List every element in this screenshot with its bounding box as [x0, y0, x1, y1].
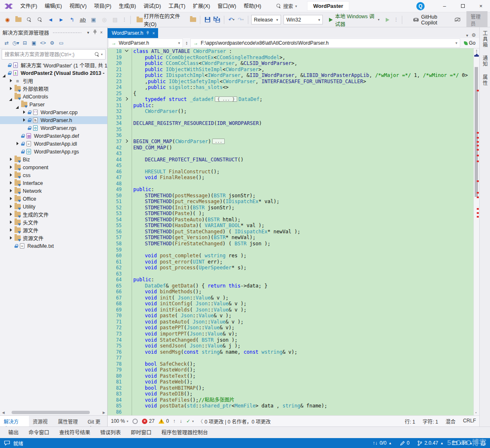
- code-line-26[interactable]: 26typedef struct _datadef{ ... }DataDef;: [108, 96, 473, 103]
- title-search-button[interactable]: 搜索 ▾: [272, 1, 301, 11]
- code-line-53[interactable]: 53STDMETHOD(Paste)( );: [108, 211, 473, 217]
- tree-item-component[interactable]: component: [0, 163, 107, 171]
- code-line-78[interactable]: 78bool SafeCheck();: [108, 361, 473, 367]
- expanded-arrow-icon[interactable]: [16, 103, 20, 107]
- tree-item-biz[interactable]: Biz: [0, 156, 107, 163]
- close-tab-icon[interactable]: ×: [152, 31, 155, 36]
- tree-item-wordpasterapp.rgs[interactable]: ⚙WordPasterApp.rgs: [0, 148, 107, 156]
- save-icon[interactable]: [203, 15, 211, 25]
- code-line-59[interactable]: 59: [108, 247, 473, 253]
- code-line-81[interactable]: 81void PasteWeb();: [108, 379, 473, 385]
- window-position-menu-icon[interactable]: ▾: [85, 30, 91, 35]
- github-copilot-button[interactable]: GitHub Copilot: [410, 13, 452, 27]
- pending-changes-filter-icon[interactable]: ◷▾: [12, 39, 20, 47]
- code-line-46[interactable]: 46HRESULT FinalConstruct();: [108, 169, 473, 175]
- notifications-bell[interactable]: [481, 441, 486, 446]
- code-line-61[interactable]: 61void post_error(UINT err);: [108, 259, 473, 265]
- tree-item-network[interactable]: Network: [0, 187, 107, 195]
- code-line-68[interactable]: 68void initConfig( Json::Value& v );: [108, 301, 473, 307]
- panel-tab-即时窗口[interactable]: 即时窗口: [127, 426, 156, 439]
- tree-item--[interactable]: ⧈引用: [0, 77, 107, 85]
- code-line-74[interactable]: 74void StateChanged( BSTR json );: [108, 337, 473, 343]
- open-file-icon[interactable]: [13, 15, 23, 25]
- tool-tab-[interactable]: 解决方案...: [0, 416, 29, 426]
- code-line-70[interactable]: 70void paste( Json::Value& v );: [108, 313, 473, 319]
- code-line-77[interactable]: 77: [108, 355, 473, 361]
- code-line-35[interactable]: 35: [108, 127, 473, 133]
- tree-item-wordpasterapp.idl[interactable]: ≡WordPasterApp.idl: [0, 140, 107, 148]
- open-containing-folder-button[interactable]: 打开所在的文件夹(O): [134, 11, 188, 29]
- panel-tab-输出[interactable]: 输出: [4, 426, 23, 439]
- code-line-76[interactable]: 76void sendMsg(const string& name, const…: [108, 349, 473, 355]
- codelens-changes[interactable]: 〈0 项更改 | 0 名作者，0 项更改: [198, 418, 271, 425]
- tree-item-wordparser.cpp[interactable]: ⁺⁺WordParser.cpp: [0, 108, 107, 116]
- switch-views-icon[interactable]: ⇄: [2, 39, 11, 47]
- line-indicator[interactable]: 行: 1: [405, 418, 415, 425]
- scroll-right-arrow-icon[interactable]: ▶: [101, 411, 106, 414]
- start-without-debugging-icon[interactable]: [383, 15, 392, 25]
- collapsed-arrow-icon[interactable]: [9, 189, 13, 193]
- navigate-backward-icon[interactable]: ◄: [46, 15, 55, 25]
- menu-W[interactable]: 窗口(W): [214, 0, 240, 12]
- tree-item-parser[interactable]: Parser: [0, 101, 107, 108]
- code-line-57[interactable]: 57STDMETHOD(get_Version)(BSTR* newVal);: [108, 235, 473, 241]
- save-all-icon[interactable]: [213, 15, 221, 25]
- tree-item--[interactable]: 资源文件: [0, 234, 107, 242]
- start-debugging-button[interactable]: 本地 Windows 调试器 ▾: [326, 11, 382, 29]
- tree-item--[interactable]: 头文件: [0, 218, 107, 226]
- code-line-58[interactable]: 58STDMETHOD(FireStateChanged) ( BSTR jso…: [108, 241, 473, 247]
- tab-wordparser-h[interactable]: WordParser.h ×: [108, 28, 158, 38]
- code-line-48[interactable]: 48: [108, 181, 473, 187]
- collapsed-arrow-icon[interactable]: [9, 79, 13, 83]
- collapsed-arrow-icon[interactable]: [9, 236, 13, 240]
- document-health-icon[interactable]: [132, 419, 138, 424]
- prev-issue-arrow-icon[interactable]: ↑: [173, 418, 175, 424]
- code-line-37[interactable]: 37BEGIN_COM_MAP(CWordParser)...: [108, 139, 473, 145]
- code-line-45[interactable]: 45: [108, 163, 473, 169]
- code-line-75[interactable]: 75void sendJson( Json::Value& j );: [108, 343, 473, 349]
- tree-item--[interactable]: 生成的文件: [0, 211, 107, 218]
- code-line-47[interactable]: 47void FinalRelease();: [108, 175, 473, 181]
- warning-count[interactable]: 0: [159, 418, 169, 424]
- menu-X[interactable]: 扩展(X): [189, 0, 214, 12]
- code-line-31[interactable]: 31public:: [108, 103, 473, 109]
- code-line-66[interactable]: 66void bindMethods();: [108, 289, 473, 295]
- attach-icon[interactable]: ◎: [99, 15, 109, 25]
- collapsed-arrow-icon[interactable]: [9, 181, 13, 185]
- code-line-84[interactable]: 84void PasteFiles();//粘贴多张图片: [108, 397, 473, 403]
- tab-list-chevron-icon[interactable]: ▾: [466, 33, 468, 38]
- code-line-60[interactable]: 60void post_complete( wstring res );: [108, 253, 473, 259]
- code-line-86[interactable]: 86: [108, 409, 473, 415]
- account-avatar[interactable]: Q: [416, 2, 425, 10]
- panel-drag-grip[interactable]: [53, 31, 82, 34]
- vertical-tab-工具箱[interactable]: 工具箱: [481, 31, 488, 48]
- code-line-52[interactable]: 52STDMETHOD(Init)(BSTR jsonStr);: [108, 205, 473, 211]
- menu-V[interactable]: 视图(V): [66, 0, 91, 12]
- collapse-all-icon[interactable]: ⊟: [21, 39, 29, 47]
- menu-H[interactable]: 帮助(H): [240, 0, 265, 12]
- scroll-left-arrow-icon[interactable]: ◀: [1, 411, 6, 414]
- vertical-tab-通知[interactable]: 通知: [481, 55, 488, 67]
- quick-find-icon[interactable]: [35, 15, 45, 25]
- code-line-80[interactable]: 80void PasteText();: [108, 373, 473, 379]
- code-line-34[interactable]: 34DECLARE_REGISTRY_RESOURCEID(IDR_WORDPA…: [108, 120, 473, 127]
- tree-item-wordpaster2-visual-studio-2013-[interactable]: ±WordPaster2 (Visual Studio 2013 -: [0, 69, 107, 77]
- collapsed-arrow-icon[interactable]: [9, 165, 13, 170]
- panel-tab-程序包管理器控制台[interactable]: 程序包管理器控制台: [157, 426, 212, 439]
- tree-item-atlcontrols[interactable]: AtlControls: [0, 93, 107, 101]
- code-line-83[interactable]: 83void PasteDIB();: [108, 391, 473, 397]
- feedback-bubble-icon[interactable]: [4, 441, 10, 446]
- scroll-bottom-arrow-icon[interactable]: ▾: [475, 411, 477, 414]
- code-line-19[interactable]: 19public CComObjectRootEx<CComSingleThre…: [108, 55, 473, 61]
- tree-item--wordpaster-1-1-[interactable]: s解决方案 'WordPaster' (1 个项目, 共 1 个: [0, 61, 107, 69]
- toolbar-overflow-icon[interactable]: ⋮: [392, 17, 399, 22]
- close-panel-icon[interactable]: ×: [98, 30, 105, 35]
- redo-icon[interactable]: ↷▾: [236, 15, 245, 25]
- tree-item-wordpasterapp.def[interactable]: ▦WordPasterApp.def: [0, 132, 107, 140]
- code-cleanup-button[interactable]: ✓▾: [186, 418, 194, 424]
- code-line-33[interactable]: 33: [108, 115, 473, 121]
- menu-P[interactable]: 项目(P): [90, 0, 115, 12]
- fold-closed-icon[interactable]: [124, 139, 131, 145]
- show-all-files-icon[interactable]: <>: [39, 39, 47, 47]
- properties-page-icon[interactable]: ▣: [30, 39, 38, 47]
